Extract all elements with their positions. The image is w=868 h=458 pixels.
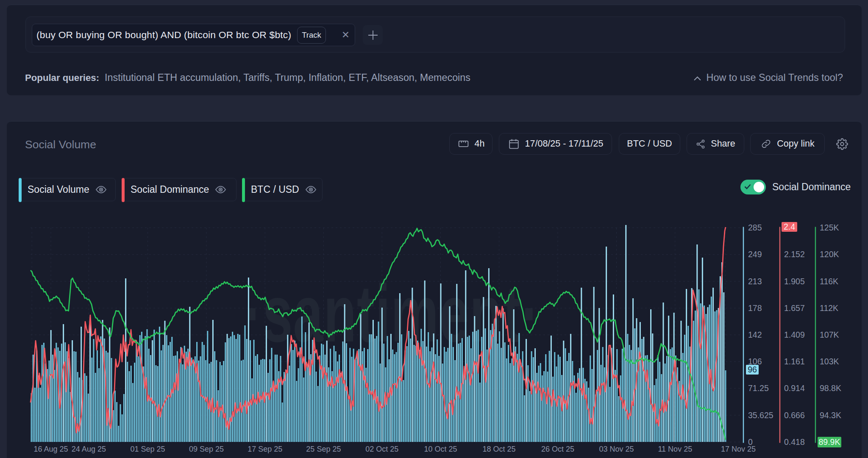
svg-text:09 Sep 25: 09 Sep 25 [189,445,224,453]
svg-text:71.25: 71.25 [748,383,769,393]
svg-text:2.4: 2.4 [784,222,795,231]
svg-text:178: 178 [748,303,762,313]
svg-text:213: 213 [748,277,762,286]
svg-text:26 Oct 25: 26 Oct 25 [541,445,574,453]
svg-text:1.161: 1.161 [784,357,805,366]
svg-text:25 Sep 25: 25 Sep 25 [306,445,341,453]
svg-text:1.905: 1.905 [784,277,805,286]
svg-text:116K: 116K [820,277,838,286]
svg-text:142: 142 [748,330,762,339]
svg-text:96: 96 [748,365,757,374]
svg-text:17 Sep 25: 17 Sep 25 [248,445,282,453]
svg-text:249: 249 [748,250,762,259]
svg-text:285: 285 [748,223,762,232]
svg-text:98.8K: 98.8K [820,383,841,393]
svg-text:1.657: 1.657 [784,303,805,313]
svg-text:1.409: 1.409 [784,330,805,339]
svg-text:0.418: 0.418 [784,437,805,447]
svg-text:35.625: 35.625 [748,411,773,420]
svg-text:89.9K: 89.9K [819,437,840,447]
svg-text:103K: 103K [820,357,839,366]
svg-text:125K: 125K [820,223,839,232]
svg-text:24 Aug 25: 24 Aug 25 [72,445,106,453]
svg-text:03 Nov 25: 03 Nov 25 [599,445,634,453]
svg-text:11 Nov 25: 11 Nov 25 [658,445,692,453]
svg-text:2.152: 2.152 [784,250,805,259]
svg-text:02 Oct 25: 02 Oct 25 [365,445,398,453]
svg-text:107K: 107K [820,330,839,339]
svg-text:01 Sep 25: 01 Sep 25 [131,445,165,453]
svg-text:0.914: 0.914 [784,383,805,393]
svg-text:120K: 120K [820,250,839,259]
svg-text:16 Aug 25: 16 Aug 25 [33,445,68,453]
svg-text:17 Nov 25: 17 Nov 25 [721,445,756,453]
svg-text:112K: 112K [820,303,838,313]
svg-text:0.666: 0.666 [784,411,805,420]
svg-text:10 Oct 25: 10 Oct 25 [424,445,457,453]
svg-text:18 Oct 25: 18 Oct 25 [483,445,516,453]
svg-text:94.3K: 94.3K [820,411,841,420]
